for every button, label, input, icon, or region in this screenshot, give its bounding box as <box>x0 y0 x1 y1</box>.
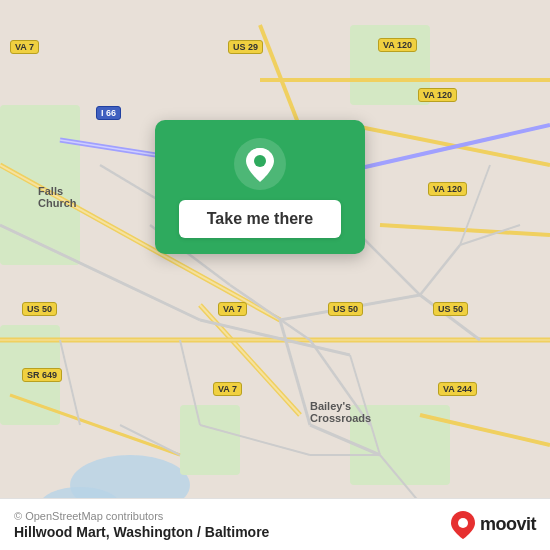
copyright-text: © OpenStreetMap contributors <box>14 510 269 522</box>
moovit-pin-icon <box>451 511 475 539</box>
badge-va7-bot: VA 7 <box>213 382 242 396</box>
moovit-text: moovit <box>480 514 536 535</box>
badge-va120-1: VA 120 <box>378 38 417 52</box>
moovit-logo: moovit <box>451 511 536 539</box>
badge-va120-3: VA 120 <box>428 182 467 196</box>
map-container: FallsChurch Bailey'sCrossroads I 66 VA 7… <box>0 0 550 550</box>
falls-church-label: FallsChurch <box>38 185 77 209</box>
bottom-bar-left: © OpenStreetMap contributors Hillwood Ma… <box>14 510 269 540</box>
badge-us29: US 29 <box>228 40 263 54</box>
badge-va7-mid: VA 7 <box>218 302 247 316</box>
bottom-bar: © OpenStreetMap contributors Hillwood Ma… <box>0 498 550 550</box>
badge-us50-right: US 50 <box>433 302 468 316</box>
badge-us50-left: US 50 <box>22 302 57 316</box>
badge-va120-2: VA 120 <box>418 88 457 102</box>
baileys-crossroads-label: Bailey'sCrossroads <box>310 400 371 424</box>
location-pin-icon <box>234 138 286 190</box>
svg-rect-0 <box>0 25 550 525</box>
badge-va244: VA 244 <box>438 382 477 396</box>
badge-i66: I 66 <box>96 106 121 120</box>
svg-rect-7 <box>180 405 240 475</box>
location-card: Take me there <box>155 120 365 254</box>
take-me-there-button[interactable]: Take me there <box>179 200 341 238</box>
badge-va7-top: VA 7 <box>10 40 39 54</box>
svg-point-49 <box>254 155 266 167</box>
location-title: Hillwood Mart, Washington / Baltimore <box>14 524 269 540</box>
badge-sr649: SR 649 <box>22 368 62 382</box>
badge-us50-mid: US 50 <box>328 302 363 316</box>
svg-point-50 <box>458 518 468 528</box>
